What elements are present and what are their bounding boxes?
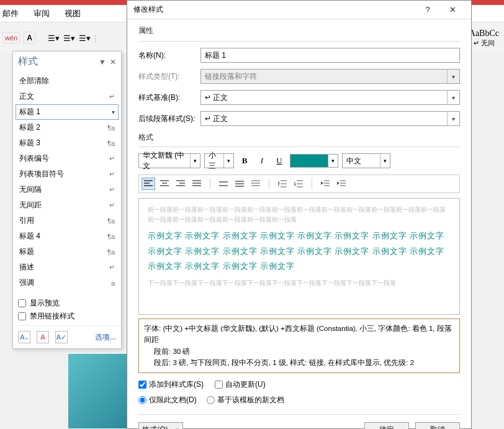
- style-item[interactable]: 标题 1▾: [16, 104, 119, 120]
- ribbon-tab[interactable]: 视图: [65, 8, 81, 19]
- font-size-select[interactable]: 小三▾: [204, 153, 234, 168]
- style-item[interactable]: 标题 4¶a: [16, 228, 119, 244]
- style-preview[interactable]: AaBbCc: [469, 29, 499, 38]
- style-item-label: 强调: [19, 278, 34, 288]
- spacing-15-button[interactable]: [233, 178, 246, 190]
- cancel-button[interactable]: 取消: [415, 422, 460, 429]
- underline-button[interactable]: U: [272, 154, 286, 168]
- style-description: 字体: (中文) +中文标题 (华文新魏), (默认) +西文标题 (Const…: [138, 318, 460, 373]
- style-item[interactable]: 无间距↵: [16, 197, 119, 213]
- style-item[interactable]: 强调a: [16, 275, 119, 291]
- dialog-help-button[interactable]: ?: [415, 1, 440, 19]
- dialog-close-button[interactable]: ✕: [440, 1, 465, 19]
- chevron-down-icon[interactable]: ▾: [112, 109, 115, 115]
- ok-button[interactable]: 确定: [364, 422, 409, 429]
- name-input[interactable]: [200, 48, 460, 63]
- style-item-label: 无间隔: [19, 184, 42, 195]
- pane-dropdown-icon[interactable]: ▼: [99, 58, 106, 66]
- align-justify-button[interactable]: [190, 178, 204, 190]
- bold-button[interactable]: B: [238, 154, 251, 168]
- disable-linked-check[interactable]: 禁用链接样式: [18, 310, 116, 323]
- font-box-icon[interactable]: A: [24, 32, 35, 44]
- space-before-dec-button[interactable]: [292, 178, 305, 190]
- based-on-select[interactable]: ↵ 正文 ▾: [200, 90, 460, 105]
- chevron-down-icon[interactable]: ▾: [447, 91, 459, 104]
- style-item-label: 标题: [19, 246, 34, 257]
- numbering-icon[interactable]: ☰▾: [63, 34, 75, 43]
- italic-button[interactable]: I: [255, 154, 269, 168]
- style-item[interactable]: 无间隔↵: [16, 182, 119, 197]
- chevron-down-icon[interactable]: ▾: [380, 154, 390, 168]
- chevron-down-icon: ▼: [174, 427, 180, 429]
- document-image: [68, 354, 127, 428]
- style-item[interactable]: 描述↵: [16, 260, 119, 275]
- pane-close-icon[interactable]: ✕: [110, 58, 116, 66]
- following-label: 后续段落样式(S):: [138, 114, 200, 124]
- style-item-label: 全部清除: [19, 76, 49, 86]
- format-menu-button[interactable]: 格式(O) ▼: [138, 422, 183, 429]
- space-before-inc-button[interactable]: [276, 178, 289, 190]
- style-marker-icon: ↵: [109, 263, 115, 271]
- new-style-icon[interactable]: A₊: [18, 331, 30, 343]
- chevron-down-icon[interactable]: ▾: [223, 154, 233, 168]
- chevron-down-icon: ▾: [447, 70, 459, 83]
- align-left-button[interactable]: [142, 178, 155, 190]
- spacing-1-button[interactable]: [217, 178, 230, 190]
- style-item[interactable]: 列表编号↵: [16, 151, 119, 166]
- align-center-button[interactable]: [158, 178, 171, 190]
- bullets-icon[interactable]: ☰▾: [48, 34, 60, 43]
- format-section-label: 格式: [138, 132, 460, 143]
- template-radio[interactable]: 基于该模板的新文档: [207, 395, 284, 405]
- manage-styles-icon[interactable]: A✓: [55, 331, 68, 343]
- show-preview-check[interactable]: 显示预览: [18, 297, 116, 310]
- multilevel-icon[interactable]: ☰▾: [79, 34, 91, 43]
- style-item-label: 标题 4: [19, 231, 40, 242]
- following-select[interactable]: ↵ 正文 ▾: [200, 111, 460, 126]
- style-marker-icon: ¶a: [107, 248, 115, 256]
- chevron-down-icon[interactable]: ▾: [328, 155, 338, 167]
- auto-update-check[interactable]: 自动更新(U): [215, 379, 266, 390]
- dialog-title: 修改样式: [133, 4, 163, 15]
- styles-pane: 样式 ▼ ✕ 全部清除正文↵标题 1▾标题 2¶a标题 3¶a列表编号↵列表项目…: [12, 51, 122, 349]
- style-marker-icon: a: [111, 279, 115, 287]
- style-item[interactable]: 全部清除: [16, 73, 119, 89]
- add-to-gallery-check[interactable]: 添加到样式库(S): [138, 379, 204, 390]
- style-marker-icon: ↵: [109, 93, 115, 101]
- indent-dec-button[interactable]: [318, 178, 332, 190]
- style-preview-box: 前一段落前一段落前一段落前一段落前一段落前一段落前一段落前一段落前一段落前一段落…: [138, 198, 460, 315]
- chevron-down-icon[interactable]: ▾: [190, 154, 200, 168]
- font-family-select[interactable]: 华文新魏 (中文▾: [138, 153, 200, 168]
- style-item[interactable]: 标题 2¶a: [16, 120, 119, 135]
- ribbon-tab[interactable]: 审阅: [34, 8, 50, 19]
- properties-section-label: 属性: [138, 25, 460, 36]
- inspector-icon[interactable]: A: [37, 331, 49, 343]
- type-select: 链接段落和字符 ▾: [200, 69, 460, 84]
- font-color-icon[interactable]: wén: [2, 32, 20, 43]
- style-item-label: 标题 2: [19, 122, 40, 133]
- style-marker-icon: ¶a: [107, 233, 115, 240]
- indent-inc-button[interactable]: [335, 178, 348, 190]
- pane-options-link[interactable]: 选项...: [95, 332, 116, 343]
- chevron-down-icon[interactable]: ▾: [447, 112, 459, 125]
- this-document-radio[interactable]: 仅限此文档(D): [138, 395, 197, 405]
- style-item-label: 列表编号: [19, 153, 49, 164]
- type-label: 样式类型(T):: [138, 71, 200, 82]
- style-item[interactable]: 标题 3¶a: [16, 135, 119, 151]
- modify-style-dialog: 修改样式 ? ✕ 属性 名称(N): 样式类型(T): 链接段落和字符 ▾ 样式…: [127, 0, 472, 429]
- sample-text: 示例文字 示例文字 示例文字 示例文字 示例文字 示例文字 示例文字 示例文字 …: [148, 225, 451, 278]
- style-item-label: 引用: [19, 215, 34, 226]
- style-item[interactable]: 引用¶a: [16, 213, 119, 228]
- style-item[interactable]: 标题¶a: [16, 244, 119, 260]
- style-marker-icon: ↵: [109, 155, 115, 163]
- ribbon-tab[interactable]: 邮件: [2, 8, 19, 19]
- style-item-label: 无间距: [19, 200, 42, 210]
- spacing-2-button[interactable]: [249, 178, 263, 190]
- style-marker-icon: ↵: [109, 170, 115, 178]
- style-marker-icon: ¶a: [107, 140, 115, 147]
- font-color-select[interactable]: ▾: [290, 154, 338, 168]
- style-item[interactable]: 正文↵: [16, 89, 119, 104]
- align-right-button[interactable]: [174, 178, 187, 190]
- language-select[interactable]: 中文▾: [342, 153, 390, 168]
- style-item[interactable]: 列表项目符号↵: [16, 166, 119, 182]
- style-marker-icon: ¶a: [107, 124, 115, 132]
